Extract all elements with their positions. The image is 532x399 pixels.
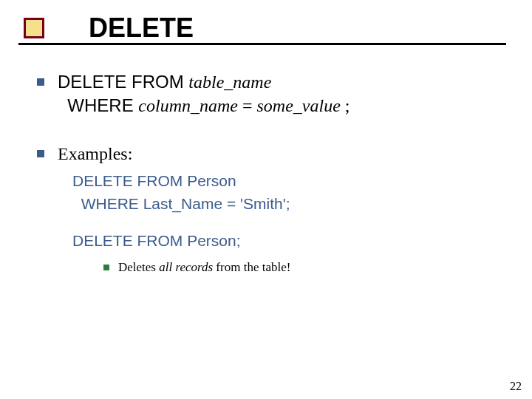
bullet-delete-syntax: DELETE FROM table_name WHERE column_name… bbox=[37, 70, 502, 118]
square-bullet-icon bbox=[37, 150, 44, 157]
note-emphasis: all records bbox=[159, 260, 213, 274]
note-text: Deletes all records from the table! bbox=[118, 259, 290, 276]
page-number: 22 bbox=[510, 380, 522, 393]
square-bullet-icon bbox=[103, 265, 109, 270]
syntax-table-name: table_name bbox=[188, 72, 271, 92]
example-1-line-2: WHERE Last_Name = 'Smith'; bbox=[72, 193, 502, 215]
example-1-line-1: DELETE FROM Person bbox=[72, 170, 502, 192]
note-part: from the table! bbox=[213, 260, 290, 274]
title-underline bbox=[18, 43, 506, 45]
examples-label: Examples: bbox=[58, 142, 132, 166]
slide-body: DELETE FROM table_name WHERE column_name… bbox=[37, 70, 502, 281]
example-1: DELETE FROM Person WHERE Last_Name = 'Sm… bbox=[72, 170, 502, 215]
syntax-part: = bbox=[238, 96, 257, 115]
title-accent-box bbox=[24, 18, 44, 38]
title-area: DELETE bbox=[26, 15, 194, 41]
sub-bullet-note: Deletes all records from the table! bbox=[103, 259, 502, 276]
slide: DELETE DELETE FROM table_name WHERE colu… bbox=[0, 0, 532, 399]
delete-syntax-text: DELETE FROM table_name WHERE column_name… bbox=[58, 70, 350, 118]
bullet-examples: Examples: bbox=[37, 142, 502, 166]
square-bullet-icon bbox=[37, 78, 44, 86]
syntax-some-value: some_value bbox=[257, 96, 341, 115]
syntax-part: WHERE bbox=[58, 95, 138, 115]
syntax-part: DELETE FROM bbox=[58, 72, 188, 92]
slide-title: DELETE bbox=[89, 15, 194, 41]
syntax-part: ; bbox=[341, 96, 350, 115]
syntax-column-name: column_name bbox=[138, 96, 238, 115]
note-part: Deletes bbox=[118, 260, 159, 274]
example-2: DELETE FROM Person; bbox=[72, 230, 502, 252]
